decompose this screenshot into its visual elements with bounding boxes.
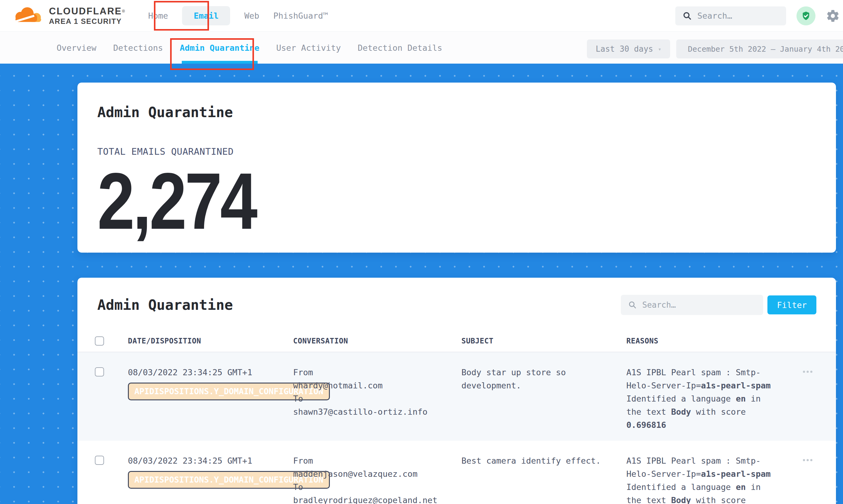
ellipsis-icon [803,371,805,373]
filter-button[interactable]: Filter [768,295,816,314]
total-quarantined-value: 2,274 [97,161,836,241]
column-subject: SUBJECT [461,337,626,345]
ellipsis-icon [803,459,805,461]
from-address: whardy@hotmail.com [293,379,461,392]
table-search-input[interactable] [642,300,743,309]
tab-email[interactable]: Email [182,6,230,25]
table-tools: Filter [621,295,816,315]
row-date: 08/03/2022 23:34:25 GMT+1 [128,366,293,379]
table-card-header: Admin Quarantine Filter [77,278,836,315]
subtab-detections[interactable]: Detections [113,32,163,64]
date-range-display[interactable]: December 5th 2022 — January 4th 2023 [676,39,843,58]
row-date: 08/03/2022 23:34:25 GMT+1 [128,454,293,467]
row-reasons: A1S IPBL Pearl spam : Smtp-Helo-Server-I… [626,454,776,504]
quarantine-table-body: 08/03/2022 23:34:25 GMT+1 APIDISPOSITION… [77,352,836,504]
settings-button[interactable] [826,9,840,23]
top-nav-tabs: Home Email Web PhishGuard™ [148,6,328,25]
from-address: maddenjason@velazquez.com [293,467,461,481]
column-date-disposition: DATE/DISPOSITION [128,337,293,345]
brand-text: CLOUDFLARE® AREA 1 SECURITY [49,6,125,25]
to-address: shawn37@castillo-ortiz.info [293,405,461,418]
table-card-title: Admin Quarantine [97,296,233,313]
search-icon [628,301,637,309]
caret-down-icon: ▾ [658,46,662,52]
date-range-text: December 5th 2022 — January 4th 2023 [688,44,843,54]
top-nav-right [675,6,843,25]
row-menu-button[interactable] [803,370,812,373]
cloudflare-logo[interactable]: CLOUDFLARE® AREA 1 SECURITY [0,6,125,26]
subtab-detection-details[interactable]: Detection Details [358,32,442,64]
ellipsis-icon [807,371,809,373]
brand-subtitle: AREA 1 SECURITY [49,17,125,25]
search-icon [683,11,692,20]
ellipsis-icon [810,459,812,461]
subtab-admin-quarantine[interactable]: Admin Quarantine [180,32,260,64]
row-subject: Body star up store so development. [461,366,626,432]
select-all-checkbox[interactable] [95,337,104,346]
row-checkbox[interactable] [95,456,104,465]
from-label: From [293,454,461,467]
to-label: To [293,481,461,493]
tab-phishguard[interactable]: PhishGuard™ [273,11,328,20]
to-label: To [293,392,461,405]
summary-card-title: Admin Quarantine [97,83,836,121]
tab-home[interactable]: Home [148,11,168,20]
app-window: CLOUDFLARE® AREA 1 SECURITY Home Email W… [0,0,843,504]
row-subject: Best camera identify effect. [461,454,626,504]
quarantine-table: DATE/DISPOSITION CONVERSATION SUBJECT RE… [77,330,836,504]
table-row: 08/03/2022 23:34:25 GMT+1 APIDISPOSITION… [77,352,836,441]
gear-icon [826,9,840,23]
registered-mark: ® [122,8,125,13]
table-row: 08/03/2022 23:34:25 GMT+1 APIDISPOSITION… [77,441,836,504]
row-checkbox[interactable] [95,367,104,376]
row-reasons: A1S IPBL Pearl spam : Smtp-Helo-Server-I… [626,366,776,432]
column-conversation: CONVERSATION [293,337,461,345]
subtab-overview[interactable]: Overview [57,32,96,64]
global-search-input[interactable] [697,11,771,20]
cloudflare-cloud-icon [12,6,44,26]
global-search-box[interactable] [675,6,786,25]
shield-check-icon [801,11,811,21]
top-navbar: CLOUDFLARE® AREA 1 SECURITY Home Email W… [0,0,843,32]
row-menu-button[interactable] [803,458,812,462]
to-address: bradleyrodriguez@copeland.net [293,493,461,504]
table-header-row: DATE/DISPOSITION CONVERSATION SUBJECT RE… [77,330,836,352]
tab-web[interactable]: Web [244,11,259,20]
ellipsis-icon [807,459,809,461]
page-background: Admin Quarantine TOTAL EMAILS QUARANTINE… [0,64,843,504]
total-quarantined-label: TOTAL EMAILS QUARANTINED [97,146,836,157]
subtab-user-activity[interactable]: User Activity [276,32,341,64]
brand-name: CLOUDFLARE [49,6,122,17]
protection-status-badge[interactable] [796,6,815,25]
column-reasons: REASONS [626,337,779,345]
quarantine-table-card: Admin Quarantine Filter DATE/DISPOSITION [77,278,836,504]
date-range-dropdown-label: Last 30 days [596,44,653,54]
from-label: From [293,366,461,379]
table-search-box[interactable] [621,295,763,315]
summary-card: Admin Quarantine TOTAL EMAILS QUARANTINE… [77,83,836,253]
date-range-dropdown[interactable]: Last 30 days ▾ [587,39,670,58]
ellipsis-icon [810,371,812,373]
email-sub-navbar: Overview Detections Admin Quarantine Use… [0,32,843,64]
